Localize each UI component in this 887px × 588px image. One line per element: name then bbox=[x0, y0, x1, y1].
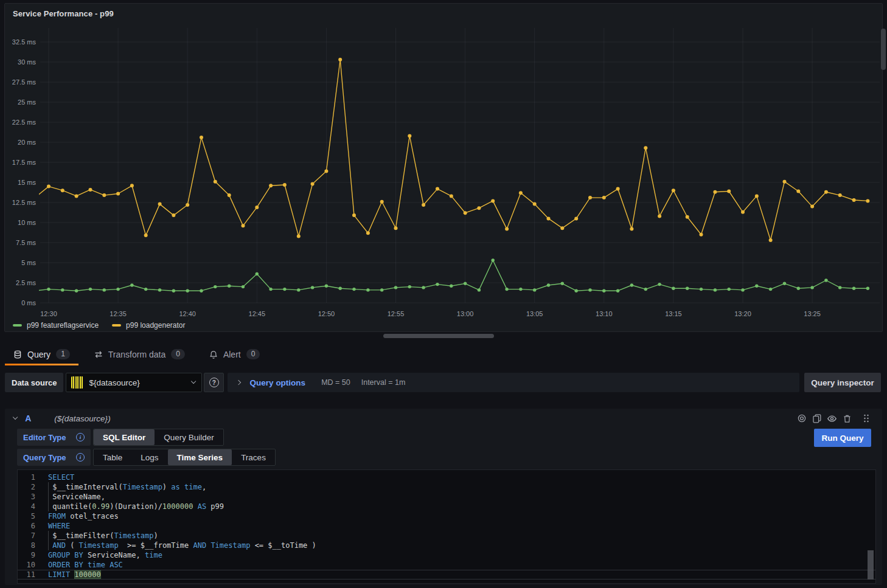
code-line: 4 quantile(0.99)(Duration)/1000000 AS p9… bbox=[18, 502, 875, 511]
question-circle-icon bbox=[209, 378, 219, 387]
legend-item[interactable]: p99 featureflagservice bbox=[13, 321, 99, 330]
query-editor-body: Editor Type SQL Editor Query Builder Run… bbox=[5, 428, 882, 584]
vertical-scrollbar-thumb[interactable] bbox=[881, 29, 886, 70]
editor-scrollbar-thumb[interactable] bbox=[868, 550, 874, 579]
line-number: 2 bbox=[18, 482, 48, 492]
line-number: 7 bbox=[18, 531, 48, 541]
y-tick-label: 15 ms bbox=[5, 179, 36, 187]
trash-icon bbox=[843, 414, 852, 423]
line-number: 10 bbox=[18, 560, 48, 570]
code-text: LIMIT 100000 bbox=[48, 570, 875, 579]
editor-type-option-sql-editor[interactable]: SQL Editor bbox=[94, 429, 155, 445]
tab-transform-data[interactable]: Transform data 0 bbox=[86, 343, 193, 365]
horizontal-scrollbar-thumb[interactable] bbox=[383, 334, 494, 338]
datasource-picker[interactable]: ${datasource} bbox=[66, 373, 202, 392]
query-type-option-logs[interactable]: Logs bbox=[131, 449, 167, 465]
y-tick-label: 30 ms bbox=[5, 58, 36, 66]
x-tick-label: 13:20 bbox=[734, 310, 751, 317]
chart-legend: p99 featureflagservicep99 loadgenerator bbox=[13, 321, 186, 330]
x-tick-label: 13:00 bbox=[457, 310, 474, 317]
query-type-label: Query Type bbox=[17, 449, 91, 466]
datasource-row: Data source ${datasource} Query options … bbox=[5, 373, 881, 392]
datasource-value: ${datasource} bbox=[89, 378, 186, 387]
timeseries-panel: Service Performance - p99 0 ms2.5 ms5 ms… bbox=[4, 3, 883, 332]
tab-alert[interactable]: Alert 0 bbox=[201, 343, 268, 365]
transform-icon bbox=[94, 350, 103, 359]
chevron-down-icon bbox=[191, 379, 197, 384]
drag-handle[interactable] bbox=[858, 411, 874, 426]
legend-label: p99 loadgenerator bbox=[126, 321, 185, 330]
y-tick-label: 7.5 ms bbox=[5, 239, 36, 247]
indent-guide bbox=[48, 541, 49, 550]
query-ref-id: A bbox=[25, 413, 31, 423]
remove-query-button[interactable] bbox=[840, 411, 855, 426]
disable-query-button[interactable] bbox=[794, 411, 809, 426]
sql-code-lines: 1SELECT2 $__timeInterval(Timestamp) as t… bbox=[18, 472, 875, 579]
datasource-label: Data source bbox=[5, 373, 63, 392]
code-line: 8 AND ( Timestamp >= $__fromTime AND Tim… bbox=[18, 541, 875, 550]
code-text: AND ( Timestamp >= $__fromTime AND Times… bbox=[48, 541, 875, 550]
legend-label: p99 featureflagservice bbox=[27, 321, 99, 330]
x-tick-label: 12:40 bbox=[179, 310, 196, 317]
code-line: 10ORDER BY time ASC bbox=[18, 560, 875, 570]
datasource-help-button[interactable] bbox=[204, 373, 224, 392]
tab-label: Query bbox=[27, 350, 50, 359]
x-tick-label: 12:50 bbox=[318, 310, 335, 317]
clickhouse-logo-icon bbox=[71, 376, 83, 389]
indent-guide bbox=[48, 482, 49, 492]
line-number: 9 bbox=[18, 550, 48, 560]
y-tick-label: 0 ms bbox=[5, 299, 36, 307]
code-text: ServiceName, bbox=[48, 492, 875, 502]
query-options-md: MD = 50 bbox=[321, 378, 350, 387]
line-number: 3 bbox=[18, 492, 48, 502]
tab-query[interactable]: Query 1 bbox=[5, 343, 78, 365]
code-line: 2 $__timeInterval(Timestamp) as time, bbox=[18, 482, 875, 492]
tab-transform-badge: 0 bbox=[171, 349, 185, 359]
y-tick-label: 10 ms bbox=[5, 219, 36, 227]
line-number: 8 bbox=[18, 541, 48, 550]
y-tick-label: 25 ms bbox=[5, 99, 36, 106]
line-number: 4 bbox=[18, 502, 48, 511]
query-type-option-table[interactable]: Table bbox=[94, 449, 131, 465]
hide-response-button[interactable] bbox=[824, 411, 840, 426]
code-line: 7 $__timeFilter(Timestamp) bbox=[18, 531, 875, 541]
indent-guide bbox=[48, 492, 49, 502]
x-tick-label: 13:15 bbox=[665, 310, 682, 317]
sql-code-editor[interactable]: 1SELECT2 $__timeInterval(Timestamp) as t… bbox=[17, 469, 876, 584]
legend-item[interactable]: p99 loadgenerator bbox=[112, 321, 185, 330]
run-query-button[interactable]: Run Query bbox=[814, 429, 871, 447]
editor-type-label: Editor Type bbox=[17, 429, 91, 446]
code-text: GROUP BY ServiceName, time bbox=[48, 550, 875, 560]
query-datasource-hint: (${datasource}) bbox=[54, 414, 110, 423]
line-number: 1 bbox=[18, 472, 48, 482]
query-inspector-button[interactable]: Query inspector bbox=[804, 373, 881, 392]
query-options-toggle[interactable]: Query options MD = 50 Interval = 1m bbox=[228, 373, 799, 392]
legend-swatch bbox=[13, 324, 22, 327]
duplicate-query-button[interactable] bbox=[809, 411, 824, 426]
code-line: 9GROUP BY ServiceName, time bbox=[18, 550, 875, 560]
line-number: 5 bbox=[18, 511, 48, 521]
editor-type-radio-group: SQL Editor Query Builder bbox=[93, 429, 224, 446]
query-type-option-traces[interactable]: Traces bbox=[232, 449, 275, 465]
info-icon[interactable] bbox=[76, 453, 85, 462]
y-tick-label: 12.5 ms bbox=[5, 199, 36, 207]
query-type-row: Query Type Table Logs Time Series Traces bbox=[17, 449, 882, 466]
query-type-option-time-series[interactable]: Time Series bbox=[168, 449, 232, 465]
eye-icon bbox=[827, 413, 837, 424]
indent-guide bbox=[48, 502, 49, 511]
collapse-chevron-icon[interactable] bbox=[13, 415, 18, 420]
info-icon[interactable] bbox=[76, 433, 85, 441]
line-number: 6 bbox=[18, 521, 48, 531]
bullseye-icon bbox=[797, 413, 807, 423]
editor-type-option-query-builder[interactable]: Query Builder bbox=[155, 429, 223, 445]
tab-label: Transform data bbox=[108, 350, 165, 359]
tab-label: Alert bbox=[223, 350, 241, 359]
code-text: ORDER BY time ASC bbox=[48, 560, 875, 570]
x-tick-label: 12:35 bbox=[110, 310, 127, 317]
copy-icon bbox=[812, 413, 822, 423]
indent-guide bbox=[48, 531, 49, 541]
code-line: 6WHERE bbox=[18, 521, 875, 531]
timeseries-chart[interactable] bbox=[5, 4, 883, 333]
y-tick-label: 20 ms bbox=[5, 139, 36, 147]
grip-dots-icon bbox=[862, 413, 871, 423]
